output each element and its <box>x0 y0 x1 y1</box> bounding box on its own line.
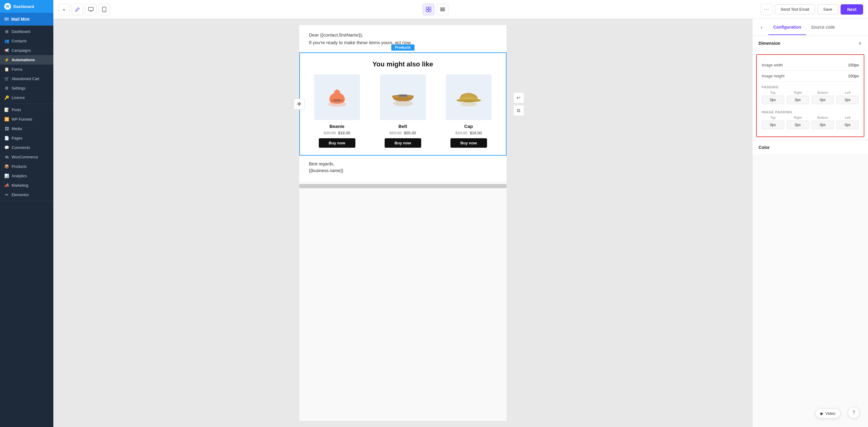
sidebar-item-licence[interactable]: 🔑 Licence <box>0 93 53 102</box>
sidebar-item-contacts[interactable]: 👥 Contacts <box>0 36 53 46</box>
img-padding-left-input[interactable] <box>836 121 859 129</box>
padding-top-col: Top <box>762 91 784 104</box>
product-name-cap: Cap <box>464 124 473 129</box>
back-btn[interactable]: « <box>58 4 70 15</box>
duplicate-btn[interactable]: ⧉ <box>513 105 524 116</box>
sidebar-item-label: Licence <box>11 96 25 100</box>
new-price-cap: $16.00 <box>470 131 482 135</box>
padding-left-col: Left <box>836 91 859 104</box>
forms-icon: 📋 <box>4 67 9 72</box>
sidebar-item-campaigns[interactable]: 📢 Campaigns <box>0 46 53 55</box>
sidebar-brand[interactable]: ✉ Mail Mint <box>0 13 53 26</box>
right-panel: ‹ Configuration Source code Dimension ∧ <box>752 19 868 427</box>
more-options-btn[interactable]: ··· <box>761 4 772 15</box>
panel-back-btn[interactable]: ‹ <box>757 23 766 32</box>
sidebar-item-label: Analytics <box>11 174 27 178</box>
pages-icon: 📄 <box>4 136 9 140</box>
color-title: Color <box>758 145 770 150</box>
sidebar-item-elementor[interactable]: ✏ Elementor <box>0 190 53 199</box>
sidebar-item-woocommerce[interactable]: 🛍 WooCommerce <box>0 152 53 162</box>
video-btn[interactable]: ▶ Video <box>815 408 841 419</box>
svg-rect-4 <box>429 7 431 9</box>
licence-icon: 🔑 <box>4 95 9 100</box>
elementor-icon: ✏ <box>4 193 9 197</box>
sidebar-nav-wp: 📝 Posts 🔀 WP Funnels 🖼 Media 📄 Pages 💬 C… <box>0 104 53 201</box>
comments-icon: 💬 <box>4 145 9 150</box>
grid-view-btn[interactable] <box>423 4 434 15</box>
campaigns-icon: 📢 <box>4 48 9 53</box>
wp-icon: W <box>4 3 11 10</box>
sidebar-item-abandoned-cart[interactable]: 🛒 Abandoned Cart <box>0 74 53 84</box>
new-price-beanie: $18.00 <box>338 131 350 135</box>
sidebar-wp-dashboard[interactable]: W Dashboard <box>0 0 53 13</box>
sidebar-item-wp-funnels[interactable]: 🔀 WP Funnels <box>0 114 53 124</box>
product-image-belt <box>380 74 426 120</box>
sidebar-item-media[interactable]: 🖼 Media <box>0 124 53 133</box>
img-padding-bottom-input[interactable] <box>812 121 834 129</box>
img-padding-bottom-label: Bottom <box>817 116 828 120</box>
sidebar-item-label: Campaigns <box>11 48 31 53</box>
img-padding-top-col: Top <box>762 116 784 129</box>
move-handle[interactable]: ✥ <box>294 99 305 110</box>
padding-top-input[interactable] <box>762 96 784 104</box>
sidebar: W Dashboard ✉ Mail Mint ⊞ Dashboard 👥 Co… <box>0 0 53 427</box>
edit-btn[interactable] <box>72 4 83 15</box>
sidebar-item-dashboard[interactable]: ⊞ Dashboard <box>0 27 53 36</box>
image-height-label: Image height <box>762 74 784 78</box>
img-padding-right-col: Right <box>786 116 809 129</box>
sidebar-item-automations[interactable]: ⚡ Automations <box>0 55 53 65</box>
img-padding-right-input[interactable] <box>786 121 809 129</box>
horizontal-scrollbar[interactable] <box>299 184 506 188</box>
products-block[interactable]: Products ✥ ↩ ⧉ You might also like <box>299 53 506 156</box>
product-price-cap: $18.00 $16.00 <box>455 131 482 135</box>
desktop-btn[interactable] <box>85 4 97 15</box>
mobile-btn[interactable] <box>98 4 110 15</box>
send-test-email-btn[interactable]: Send Test Email <box>775 4 815 14</box>
buy-btn-beanie[interactable]: Buy now <box>319 138 355 148</box>
old-price-cap: $18.00 <box>455 131 467 135</box>
sidebar-nav-main: ⊞ Dashboard 👥 Contacts 📢 Campaigns ⚡ Aut… <box>0 26 53 104</box>
padding-right-input[interactable] <box>786 96 809 104</box>
sidebar-item-pages[interactable]: 📄 Pages <box>0 133 53 143</box>
svg-rect-7 <box>440 8 445 8</box>
chevron-left-icon: ‹ <box>761 25 762 30</box>
posts-icon: 📝 <box>4 107 9 112</box>
tab-source-code[interactable]: Source code <box>806 20 840 35</box>
image-width-value: 150px <box>848 63 859 67</box>
padding-label: PADDING <box>762 83 859 91</box>
dashboard-icon: ⊞ <box>4 29 9 34</box>
toolbar-right: ··· Send Test Email Save Next <box>761 4 863 15</box>
help-btn[interactable]: ? <box>848 407 860 419</box>
next-btn[interactable]: Next <box>841 4 863 14</box>
sidebar-item-settings[interactable]: ⚙ Settings <box>0 84 53 93</box>
sidebar-item-comments[interactable]: 💬 Comments <box>0 143 53 152</box>
product-price-beanie: $20.00 $18.00 <box>324 131 350 135</box>
save-btn[interactable]: Save <box>817 4 838 14</box>
tab-configuration[interactable]: Configuration <box>768 20 806 35</box>
svg-point-2 <box>104 11 104 11</box>
buy-btn-cap[interactable]: Buy now <box>451 138 487 148</box>
svg-rect-5 <box>426 10 428 12</box>
undo-btn[interactable]: ↩ <box>513 92 524 103</box>
dimension-toggle-btn[interactable]: ∧ <box>858 40 862 46</box>
img-padding-top-input[interactable] <box>762 121 784 129</box>
old-price-beanie: $20.00 <box>324 131 336 135</box>
email-greeting: Dear {{contact.firstName}}, <box>309 32 497 37</box>
marketing-icon: 📣 <box>4 183 9 188</box>
main-area: « ··· Send Test Email Save <box>53 0 868 427</box>
padding-left-input[interactable] <box>836 96 859 104</box>
svg-rect-9 <box>440 10 445 11</box>
sidebar-item-analytics[interactable]: 📊 Analytics <box>0 171 53 180</box>
list-view-btn[interactable] <box>437 4 448 15</box>
sidebar-item-products[interactable]: 📦 Products <box>0 162 53 171</box>
mail-mint-icon: ✉ <box>4 16 9 23</box>
buy-btn-belt[interactable]: Buy now <box>384 138 421 148</box>
footer-regards: Best regards, <box>309 161 497 167</box>
toolbar-left: « <box>58 4 110 15</box>
play-icon: ▶ <box>820 411 824 416</box>
padding-bottom-input[interactable] <box>812 96 834 104</box>
sidebar-item-marketing[interactable]: 📣 Marketing <box>0 180 53 190</box>
sidebar-item-forms[interactable]: 📋 Forms <box>0 65 53 74</box>
products-block-container: Products ✥ ↩ ⧉ You might also like <box>299 53 506 156</box>
sidebar-item-posts[interactable]: 📝 Posts <box>0 105 53 114</box>
